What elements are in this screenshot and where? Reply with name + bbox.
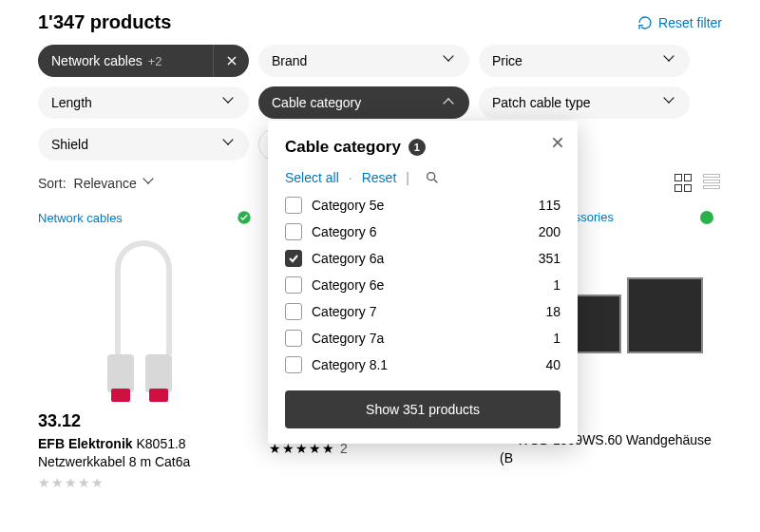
option-count: 1: [553, 331, 560, 346]
selected-count-badge: 1: [408, 139, 426, 156]
product-image: [38, 231, 252, 402]
close-icon: [551, 136, 564, 149]
product-price: 33.12: [38, 411, 252, 431]
reset-filter-link[interactable]: Reset filter: [637, 15, 722, 30]
chevron-down-icon: [665, 55, 676, 66]
option-label: Category 7: [312, 304, 376, 319]
checkbox[interactable]: [285, 356, 302, 373]
option-count: 18: [545, 304, 560, 319]
option-label: Category 6a: [312, 251, 384, 266]
filter-length[interactable]: Length: [38, 86, 249, 119]
select-all-link[interactable]: Select all: [285, 170, 339, 185]
checkbox[interactable]: [285, 197, 302, 214]
product-title: EFB Elektronik K8051.8Netzwerkkabel 8 m …: [38, 435, 252, 471]
reset-selection-link[interactable]: Reset: [362, 170, 397, 185]
product-category[interactable]: Network cables: [38, 211, 123, 225]
option-label: Category 5e: [312, 198, 384, 213]
search-in-filter-button[interactable]: [425, 170, 440, 185]
cable-category-popover: Cable category1 Select all · Reset | Cat…: [268, 121, 578, 444]
option-count: 115: [539, 198, 560, 213]
filter-option[interactable]: Category 7a1: [285, 330, 560, 347]
filter-option[interactable]: Category 6200: [285, 223, 560, 240]
filter-option[interactable]: Category 718: [285, 303, 560, 320]
filter-price[interactable]: Price: [479, 45, 690, 77]
filter-option[interactable]: Category 6a351: [285, 250, 560, 267]
filter-patch-type[interactable]: Patch cable type: [479, 86, 690, 119]
option-label: Category 7a: [312, 331, 384, 346]
close-icon: [226, 55, 238, 66]
checkbox[interactable]: [285, 330, 302, 347]
popover-title: Cable category1: [285, 138, 560, 157]
option-count: 40: [545, 357, 560, 372]
option-label: Category 8.1: [312, 357, 388, 372]
filter-shield[interactable]: Shield: [38, 128, 249, 161]
product-card[interactable]: Network cables 33.12 EFB Elektronik K805…: [38, 210, 252, 490]
option-label: Category 6: [312, 224, 376, 239]
chevron-up-icon: [445, 97, 456, 108]
chevron-down-icon: [445, 55, 456, 66]
filter-cable-category[interactable]: Cable category: [258, 86, 469, 119]
active-filter-chip[interactable]: Network cables+2: [38, 45, 249, 77]
filter-option[interactable]: Category 6e1: [285, 276, 560, 294]
option-label: Category 6e: [312, 277, 384, 293]
chevron-down-icon: [665, 97, 676, 108]
status-dot-icon: [700, 211, 713, 224]
clear-active-filter[interactable]: [213, 45, 249, 77]
checkbox[interactable]: [285, 250, 302, 267]
option-count: 1: [553, 277, 560, 293]
filter-option[interactable]: Category 5e115: [285, 197, 560, 214]
check-circle-icon: [237, 210, 252, 225]
chevron-down-icon: [224, 97, 236, 108]
option-count: 351: [539, 251, 560, 266]
checkbox[interactable]: [285, 303, 302, 320]
refresh-icon: [637, 15, 653, 30]
list-view-button[interactable]: [703, 174, 722, 193]
grid-view-button[interactable]: [674, 174, 694, 193]
product-rating: ★★★★★: [38, 475, 252, 490]
checkbox[interactable]: [285, 223, 302, 240]
option-count: 200: [539, 224, 560, 239]
show-products-button[interactable]: Show 351 products: [285, 390, 560, 428]
popover-close-button[interactable]: [551, 136, 564, 149]
search-icon: [425, 170, 440, 185]
checkbox[interactable]: [285, 276, 302, 294]
filter-brand[interactable]: Brand: [258, 45, 469, 77]
chevron-down-icon: [224, 139, 236, 150]
svg-point-1: [428, 173, 435, 180]
sort-selector[interactable]: Sort: Relevance: [38, 176, 156, 191]
filter-option[interactable]: Category 8.140: [285, 356, 560, 373]
product-count: 1'347 products: [38, 11, 171, 33]
chevron-down-icon: [144, 178, 156, 189]
